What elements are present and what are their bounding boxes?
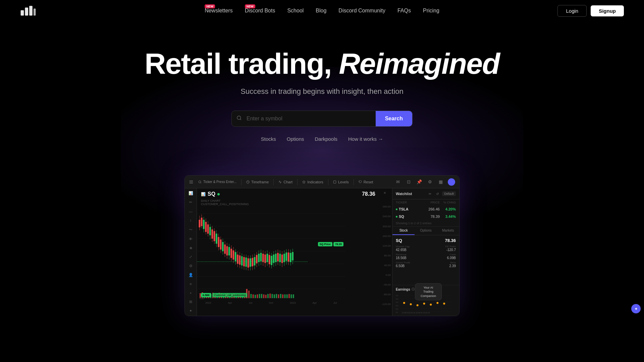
nav-item-newsletters[interactable]: New Newsletters xyxy=(205,8,233,14)
plus-icon[interactable]: + xyxy=(187,291,194,295)
svg-rect-106 xyxy=(290,253,291,262)
line-icon[interactable]: — xyxy=(187,209,194,214)
nav-link-faqs[interactable]: FAQs xyxy=(397,8,411,13)
svg-rect-104 xyxy=(288,253,289,262)
gear-icon[interactable]: ⚙ xyxy=(187,264,194,268)
nav-item-school[interactable]: School xyxy=(287,8,304,14)
mail-icon[interactable]: ✉ xyxy=(394,178,401,186)
y-axis: 280.00 240.00 200.00 160.00 120.00 80.00… xyxy=(377,205,392,306)
layout-icon[interactable]: ▦ xyxy=(437,178,444,186)
quick-link-options[interactable]: Options xyxy=(287,136,304,142)
wl-change-tsla: 4.20% xyxy=(441,207,456,211)
svg-rect-137 xyxy=(257,295,258,298)
tab-options[interactable]: Options xyxy=(415,227,437,235)
watchlist-edit-icon[interactable]: ✏ xyxy=(427,191,433,196)
pin-icon[interactable]: 📌 xyxy=(416,178,423,186)
svg-rect-34 xyxy=(214,231,215,241)
star-icon[interactable]: ✦ xyxy=(187,309,194,313)
svg-rect-151 xyxy=(286,295,288,298)
svg-point-169 xyxy=(410,303,412,305)
ticker-placeholder: Ticker & Press Enter... xyxy=(203,180,236,184)
svg-rect-3 xyxy=(34,9,36,16)
quick-link-stocks[interactable]: Stocks xyxy=(261,136,276,142)
nav-link-newsletters[interactable]: Newsletters xyxy=(205,8,233,13)
reset-button[interactable]: Reset xyxy=(359,180,373,184)
map-icon[interactable]: ⊞ xyxy=(187,300,194,304)
svg-text:0.2: 0.2 xyxy=(396,308,398,310)
chart-price: 78.36 xyxy=(362,191,375,197)
nav-link-pricing[interactable]: Pricing xyxy=(423,8,439,13)
pulse-icon[interactable]: ◈ xyxy=(187,246,194,250)
nav-item-pricing[interactable]: Pricing xyxy=(423,8,439,14)
svg-rect-133 xyxy=(248,291,250,298)
watchlist-col-headers: TICKER PRICE % CHNG xyxy=(392,199,459,205)
nav-item-faqs[interactable]: FAQs xyxy=(397,8,411,14)
svg-rect-141 xyxy=(265,295,267,298)
svg-rect-58 xyxy=(239,255,240,265)
quick-link-darkpools[interactable]: Darkpools xyxy=(315,136,338,142)
search-button[interactable]: Search xyxy=(376,111,412,126)
user-avatar[interactable] xyxy=(448,178,455,186)
login-button[interactable]: Login xyxy=(557,5,587,17)
svg-rect-78 xyxy=(260,253,262,261)
svg-rect-148 xyxy=(280,294,281,298)
nav-item-discord-bots[interactable]: New Discord Bots xyxy=(245,8,275,14)
ticker-search[interactable]: Ticker & Press Enter... xyxy=(198,180,236,184)
watchlist-row-tsla[interactable]: TSLA 266.46 4.20% xyxy=(392,205,459,213)
indicators-button[interactable]: Indicators xyxy=(302,180,323,184)
svg-rect-22 xyxy=(201,218,203,226)
tab-markets[interactable]: Markets xyxy=(437,227,459,235)
eye-icon[interactable]: 👁 xyxy=(187,237,194,241)
quick-link-how-it-works[interactable]: How it works → xyxy=(348,136,383,142)
svg-rect-76 xyxy=(258,254,260,262)
chart-button[interactable]: Chart xyxy=(278,180,292,184)
nav-item-discord-community[interactable]: Discord Community xyxy=(338,8,385,14)
hero-subtitle: Success in trading begins with insight, … xyxy=(7,87,637,96)
svg-rect-1 xyxy=(25,7,28,15)
person-icon[interactable]: 👤 xyxy=(187,273,194,277)
signup-button[interactable]: Signup xyxy=(591,5,624,16)
arrow-icon[interactable]: ↕ xyxy=(187,218,194,223)
settings-icon[interactable]: ⚙ xyxy=(426,178,434,186)
earnings-chart: 0.6 0.5 0.4 0.3 0.2 0.1 xyxy=(396,294,456,314)
ticker-name: SQ xyxy=(208,191,215,197)
watchlist-refresh-icon[interactable]: ↺ xyxy=(435,191,440,196)
timeframe-button[interactable]: Timeframe xyxy=(246,180,269,184)
svg-rect-84 xyxy=(267,254,268,262)
logo[interactable] xyxy=(20,5,36,17)
svg-rect-94 xyxy=(277,253,279,261)
nav-link-school[interactable]: School xyxy=(287,8,304,13)
settings2-icon[interactable]: ≡ xyxy=(187,282,194,286)
tab-stock[interactable]: Stock xyxy=(392,227,415,235)
nav-actions: Login Signup xyxy=(557,5,624,17)
x-axis: 2022 Apr Jul Oct 2023 Apr Jul xyxy=(197,300,345,306)
candlestick-chart[interactable]: 6.23M xyxy=(197,205,345,306)
dashboard-main: 📊 ✏ — ↕ 〜 👁 ◈ ⤢ ⚙ 👤 ≡ + ⊞ ✦ 📊 xyxy=(185,188,459,316)
search-input[interactable] xyxy=(247,111,376,126)
svg-rect-144 xyxy=(272,294,273,298)
watchlist-row-sq[interactable]: SQ 78.39 3.44% xyxy=(392,213,459,220)
nav-link-discord-community[interactable]: Discord Community xyxy=(338,8,385,13)
chart-type-icon[interactable]: 📊 xyxy=(187,191,194,195)
nav-link-discord-bots[interactable]: Discord Bots xyxy=(245,8,275,13)
menu-icon[interactable] xyxy=(189,180,194,184)
screenshot-icon[interactable]: ⊡ xyxy=(405,178,412,186)
nav-item-blog[interactable]: Blog xyxy=(316,8,326,14)
close-chart-icon[interactable]: ✕ xyxy=(383,191,388,196)
svg-text:0.6: 0.6 xyxy=(396,295,398,297)
levels-button[interactable]: Levels xyxy=(333,180,349,184)
expand-icon[interactable]: ⤢ xyxy=(187,255,194,259)
svg-rect-48 xyxy=(228,247,230,255)
svg-point-172 xyxy=(430,304,432,306)
svg-rect-40 xyxy=(220,240,222,250)
svg-text:23-02-23: 23-02-23 xyxy=(423,312,430,314)
watchlist-title: Watchlist xyxy=(396,192,427,196)
wl-change-sq: 3.44% xyxy=(441,215,456,219)
draw-icon[interactable]: ✏ xyxy=(187,200,194,204)
hero-title: Retail trading, Reimagined xyxy=(7,48,637,79)
wl-ticker-sq: SQ xyxy=(396,215,422,219)
wave-icon[interactable]: 〜 xyxy=(187,227,194,232)
svg-rect-26 xyxy=(205,222,207,232)
svg-rect-100 xyxy=(283,254,285,262)
nav-link-blog[interactable]: Blog xyxy=(316,8,326,13)
